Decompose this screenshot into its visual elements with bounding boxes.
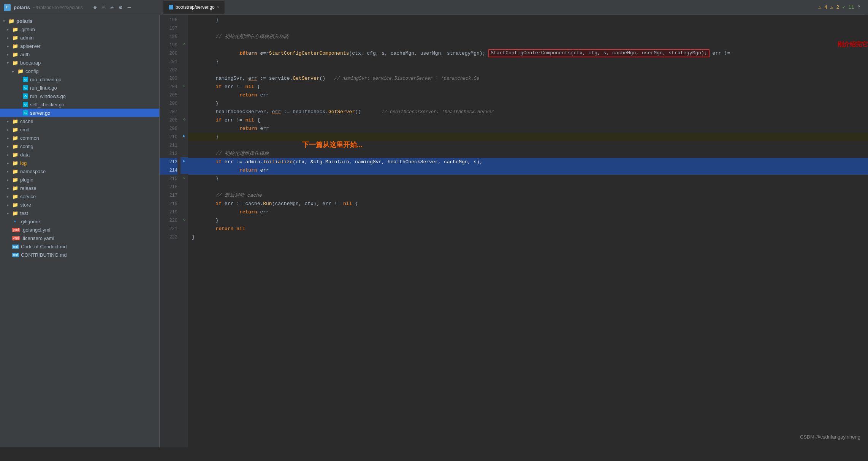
folder-icon: 📁 — [12, 202, 18, 208]
sidebar-item-label: self_checker.go — [30, 102, 64, 107]
sidebar-item-test[interactable]: ▸ 📁 test — [0, 209, 159, 217]
gutter-item — [181, 182, 188, 191]
sidebar-item-label: common — [20, 135, 39, 141]
sidebar-item-plugin[interactable]: ▸ 📁 plugin — [0, 175, 159, 184]
chevron-right-icon: ▸ — [7, 128, 12, 132]
sidebar-item-label: .golangci.yml — [22, 227, 51, 233]
warning-count-2[interactable]: ⚠ 2 — [830, 4, 839, 10]
code-line: if err := cache.Run(cacheMgn, ctx); err … — [188, 200, 868, 208]
chevron-right-icon: ▸ — [12, 69, 17, 73]
sidebar-item-label: test — [20, 210, 28, 216]
gutter-item: ◇ — [181, 115, 188, 124]
chevron-right-icon: ▸ — [7, 178, 12, 182]
sidebar-item-common[interactable]: ▸ 📁 common — [0, 134, 159, 142]
sidebar-item-label: config — [20, 144, 33, 149]
sidebar-item-label: bootstrap — [20, 60, 41, 66]
code-line: namingSvr, err := service.GetServer() //… — [188, 74, 868, 83]
scroll-up-icon[interactable]: ⌃ — [857, 4, 860, 11]
sidebar-item-label: .licenserc.yaml — [22, 235, 54, 241]
chevron-right-icon: ▸ — [7, 203, 12, 207]
sidebar-item-golangci[interactable]: yml .golangci.yml — [0, 226, 159, 234]
sidebar-item-licenserc[interactable]: yml .licenserc.yaml — [0, 234, 159, 242]
chevron-right-icon: ▸ — [7, 153, 12, 157]
line-num: 200 — [160, 49, 177, 58]
sidebar-item-label: cmd — [20, 127, 30, 133]
sidebar-item-self-checker[interactable]: G self_checker.go — [0, 100, 159, 109]
gutter-item — [181, 207, 188, 216]
sidebar-item-release[interactable]: ▸ 📁 release — [0, 184, 159, 192]
code-line: return err — [188, 125, 868, 133]
line-num: 214 — [160, 166, 177, 175]
sidebar-item-label: plugin — [20, 177, 33, 183]
sidebar: ▾ 📁 polaris ▸ 📁 .github ▸ 📁 admin ▸ 📁 ap… — [0, 15, 160, 447]
ok-count[interactable]: ✓ 11 — [842, 4, 854, 10]
warning-count-1[interactable]: ⚠ 4 — [818, 4, 827, 10]
code-line: if err != nil { — [188, 116, 868, 125]
gutter-item — [181, 65, 188, 74]
settings-icon[interactable]: ⚙ — [119, 4, 122, 11]
gutter-item — [181, 74, 188, 82]
go-file-icon: G — [23, 85, 28, 90]
sidebar-item-apiserver[interactable]: ▸ 📁 apiserver — [0, 42, 159, 50]
chevron-right-icon: ▸ — [7, 27, 12, 32]
yml-icon: yml — [12, 236, 20, 240]
folder-icon: 📁 — [12, 210, 18, 216]
csdn-watermark: CSDN @csdnfanguyinheng — [800, 434, 860, 440]
line-num: 218 — [160, 200, 177, 208]
active-tab[interactable]: bootstrap/server.go × — [163, 1, 225, 14]
annotation-next-part: 下一篇从这里开始... — [302, 141, 363, 149]
sidebar-item-run-windows[interactable]: G run_windows.go — [0, 92, 159, 100]
split-icon[interactable]: ⇌ — [111, 4, 114, 11]
gutter-item — [181, 49, 188, 57]
sidebar-item-cmd[interactable]: ▸ 📁 cmd — [0, 125, 159, 134]
sidebar-item-admin[interactable]: ▸ 📁 admin — [0, 33, 159, 42]
line-num: 213 — [160, 158, 177, 166]
line-numbers: 196 197 198 199 200 201 202 203 204 205 … — [160, 15, 181, 447]
breakpoint-icon: ◇ — [183, 82, 185, 90]
line-num: 219 — [160, 208, 177, 216]
sidebar-item-label: auth — [20, 52, 30, 57]
sidebar-item-store[interactable]: ▸ 📁 store — [0, 201, 159, 209]
sidebar-item-auth[interactable]: ▸ 📁 auth — [0, 50, 159, 58]
editor-content[interactable]: 196 197 198 199 200 201 202 203 204 205 … — [160, 15, 868, 447]
sidebar-item-config[interactable]: ▸ 📁 config — [0, 67, 159, 75]
code-line: } — [188, 175, 868, 183]
sidebar-item-log[interactable]: ▸ 📁 log — [0, 159, 159, 167]
sidebar-item-label: config — [25, 68, 39, 74]
main-layout: ▾ 📁 polaris ▸ 📁 .github ▸ 📁 admin ▸ 📁 ap… — [0, 15, 868, 447]
go-file-icon: G — [23, 110, 28, 115]
execute-icon: ▶ — [183, 157, 185, 166]
sidebar-item-namespace[interactable]: ▸ 📁 namespace — [0, 167, 159, 175]
sidebar-item-cache[interactable]: ▸ 📁 cache — [0, 117, 159, 125]
sidebar-item-contributing[interactable]: md CONTRIBUTING.md — [0, 251, 159, 259]
minimize-icon[interactable]: — — [127, 4, 130, 11]
gutter-item — [181, 199, 188, 207]
breakpoint-icon: ◇ — [183, 174, 185, 182]
sidebar-item-server-go[interactable]: G server.go — [0, 109, 159, 117]
sidebar-item-gitignore[interactable]: 🔹 .gitignore — [0, 217, 159, 226]
sidebar-item-service[interactable]: ▸ 📁 service — [0, 192, 159, 201]
sidebar-item-github[interactable]: ▸ 📁 .github — [0, 25, 159, 33]
sidebar-item-label: Code-of-Conduct.md — [21, 244, 67, 249]
go-file-icon: G — [23, 102, 28, 107]
code-line — [188, 183, 868, 191]
sidebar-item-polaris[interactable]: ▾ 📁 polaris — [0, 17, 159, 25]
list-icon[interactable]: ≡ — [102, 4, 105, 11]
line-num: 210 — [160, 133, 177, 141]
gutter-item — [181, 141, 188, 149]
sidebar-item-run-darwin[interactable]: G run_darwin.go — [0, 75, 159, 84]
folder-icon: 📁 — [12, 26, 18, 32]
sidebar-item-data[interactable]: ▸ 📁 data — [0, 150, 159, 159]
add-icon[interactable]: ⊕ — [93, 4, 97, 11]
sidebar-item-bootstrap[interactable]: ▾ 📁 bootstrap — [0, 58, 159, 67]
sidebar-item-label: namespace — [20, 169, 46, 174]
sidebar-item-run-linux[interactable]: G run_linux.go — [0, 84, 159, 92]
tab-close-button[interactable]: × — [217, 5, 219, 9]
line-num: 212 — [160, 150, 177, 158]
gutter-item — [181, 90, 188, 99]
line-num: 207 — [160, 108, 177, 116]
warnings-bar: ⚠ 4 ⚠ 2 ✓ 11 ⌃ — [818, 1, 864, 14]
sidebar-item-config2[interactable]: ▸ 📁 config — [0, 142, 159, 150]
code-line: } — [188, 233, 868, 242]
sidebar-item-codeofconduct[interactable]: md Code-of-Conduct.md — [0, 242, 159, 251]
